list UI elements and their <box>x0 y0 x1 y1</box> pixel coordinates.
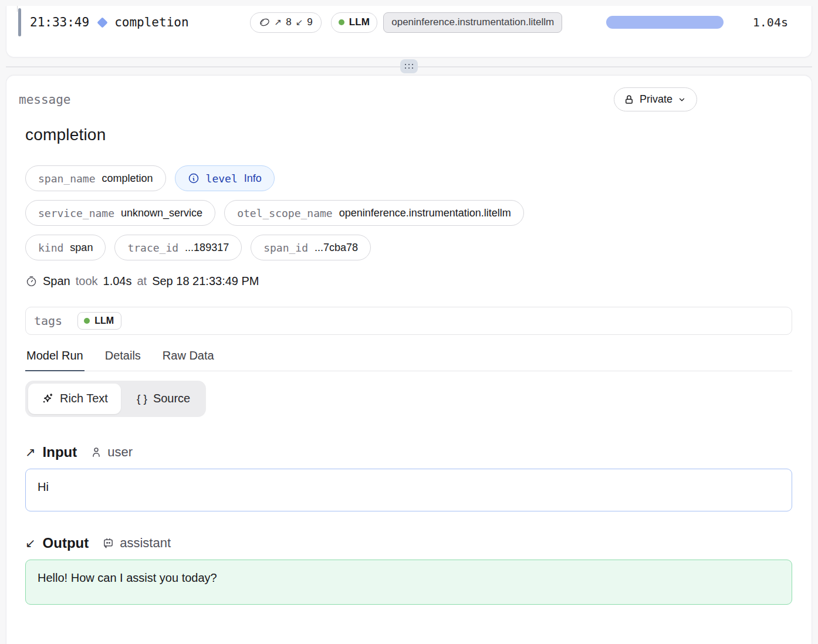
tokens-out-count: 9 <box>307 16 312 28</box>
input-heading: Input <box>43 444 77 460</box>
token-count-badge[interactable]: ↗8 ↙9 <box>250 12 322 33</box>
assistant-robot-icon <box>102 536 115 550</box>
timing-datetime: Sep 18 21:33:49 PM <box>152 274 259 288</box>
visibility-label: Private <box>640 93 672 106</box>
panel-resize-handle[interactable] <box>400 59 418 73</box>
info-icon <box>188 172 200 184</box>
grip-dots-icon <box>404 63 414 69</box>
span-name: completion <box>114 15 188 29</box>
coin-icon <box>259 16 271 28</box>
green-dot-icon <box>339 19 344 25</box>
input-section-header: ↗ Input user <box>25 444 792 460</box>
span-diamond-icon <box>97 17 107 28</box>
arrow-up-right-icon: ↗ <box>25 446 36 458</box>
rich-text-toggle[interactable]: Rich Text <box>28 384 121 414</box>
badge-otel-scope-name[interactable]: otel_scope_name openinference.instrument… <box>224 200 524 226</box>
tab-model-run[interactable]: Model Run <box>25 349 84 371</box>
output-role-label: assistant <box>120 535 171 551</box>
badge-kind[interactable]: kind span <box>25 235 106 260</box>
metadata-badges: span_name completion level Info service_… <box>25 165 792 260</box>
expand-panel-button[interactable] <box>744 91 760 108</box>
copy-input-button[interactable] <box>773 444 789 460</box>
trace-timeline-panel: 21:33:49 completion ↗8 ↙9 LLM openinfere… <box>6 6 812 57</box>
timing-word-at: at <box>137 274 147 288</box>
span-duration-text: 1.04s <box>753 15 788 29</box>
timing-word-span: Span <box>43 274 70 288</box>
llm-tag-badge[interactable]: LLM <box>331 12 378 33</box>
trace-span-row[interactable]: 21:33:49 completion ↗8 ↙9 LLM openinfere… <box>6 6 812 39</box>
timing-duration: 1.04s <box>103 274 132 288</box>
output-heading: Output <box>43 535 89 551</box>
badge-span-id[interactable]: span_id ...7cba78 <box>251 235 371 260</box>
span-timing-line: Span took 1.04s at Sep 18 21:33:49 PM <box>25 274 792 288</box>
user-icon <box>90 446 103 459</box>
panel-divider <box>0 57 818 75</box>
lock-icon <box>624 94 634 105</box>
arrow-down-left-icon: ↙ <box>296 17 303 28</box>
stopwatch-icon <box>25 275 38 287</box>
tokens-in-count: 8 <box>286 16 291 28</box>
span-title: completion <box>25 126 792 144</box>
output-content[interactable]: Hello! How can I assist you today? <box>25 560 792 605</box>
visibility-dropdown[interactable]: Private <box>614 87 697 111</box>
badge-trace-id[interactable]: trace_id ...189317 <box>114 235 242 260</box>
close-panel-button[interactable] <box>776 91 792 108</box>
copy-output-button[interactable] <box>773 535 789 551</box>
tags-label: tags <box>34 314 62 328</box>
arrow-down-left-icon: ↙ <box>25 537 36 549</box>
tag-llm[interactable]: LLM <box>77 312 121 330</box>
tab-raw-data[interactable]: Raw Data <box>161 349 215 371</box>
input-role-label: user <box>107 445 133 460</box>
output-section-header: ↙ Output assistant <box>25 535 792 551</box>
observation-type-label: message <box>19 93 71 107</box>
chevron-down-icon <box>678 96 686 104</box>
span-timestamp: 21:33:49 <box>30 15 89 29</box>
sparkles-icon <box>41 392 54 405</box>
span-detail-panel: message Private <box>6 75 812 644</box>
badge-span-name[interactable]: span_name completion <box>25 165 166 191</box>
green-dot-icon <box>84 318 90 324</box>
otel-scope-chip[interactable]: openinference.instrumentation.litellm <box>383 12 562 33</box>
detail-tabs: Model Run Details Raw Data <box>25 349 792 371</box>
arrow-up-right-icon: ↗ <box>275 17 282 28</box>
badge-level[interactable]: level Info <box>175 165 275 191</box>
source-toggle[interactable]: { } Source <box>124 384 203 414</box>
span-duration-bar[interactable] <box>606 16 724 29</box>
braces-icon: { } <box>137 392 147 405</box>
copy-link-button[interactable] <box>712 91 729 108</box>
tab-details[interactable]: Details <box>104 349 142 371</box>
tags-container[interactable]: tags LLM <box>25 307 792 335</box>
input-content[interactable]: Hi <box>25 469 792 511</box>
timing-word-took: took <box>76 274 98 288</box>
detail-panel-header: message Private <box>19 87 792 111</box>
selected-row-indicator <box>18 8 21 36</box>
badge-service-name[interactable]: service_name unknown_service <box>25 200 215 226</box>
llm-tag-label: LLM <box>349 16 370 28</box>
view-mode-toggle: Rich Text { } Source <box>25 381 206 417</box>
